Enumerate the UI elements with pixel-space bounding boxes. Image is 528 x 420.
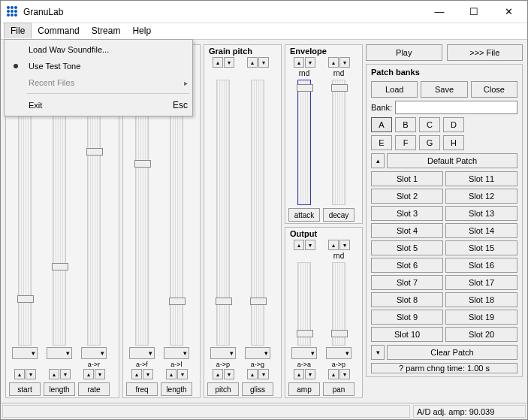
close-button[interactable]: ✕: [491, 1, 526, 23]
menu-separator: [27, 93, 189, 94]
slider-combo[interactable]: ▾: [12, 347, 38, 359]
slot-button[interactable]: Slot 14: [445, 223, 517, 238]
menu-file[interactable]: File: [4, 23, 32, 39]
pb-load-button[interactable]: Load: [371, 81, 418, 98]
status-right: A/D adj. amp: 90.039: [413, 405, 526, 418]
patch-banks: Patch banks Load Save Close Bank: ABCD E…: [366, 64, 523, 377]
menu-command[interactable]: Command: [32, 23, 85, 39]
slot-button[interactable]: Slot 9: [371, 310, 443, 325]
slot-button[interactable]: Slot 15: [445, 240, 517, 255]
menu-use-test-tone[interactable]: Use Test Tone: [6, 58, 191, 74]
statusbar: A/D adj. amp: 90.039: [1, 403, 527, 419]
submenu-arrow-icon: ▸: [184, 79, 188, 87]
clear-patch-button[interactable]: Clear Patch: [387, 345, 517, 360]
patch-spin-down[interactable]: ▾: [371, 345, 385, 360]
group-output: Output ▴▾ ▾ a->a ▴▾ amp ▴▾ rnd: [285, 227, 363, 398]
group-title: Grain pitch: [209, 47, 278, 56]
group-envelope: Envelope ▴▾ rnd attack ▴▾ rnd decay: [285, 44, 363, 224]
bank-letter-H[interactable]: H: [443, 135, 464, 150]
slot-button[interactable]: Slot 7: [371, 275, 443, 290]
decay-button[interactable]: decay: [323, 208, 355, 222]
slider-name[interactable]: rate: [78, 382, 110, 396]
menu-stream[interactable]: Stream: [86, 23, 127, 39]
slot-button[interactable]: Slot 6: [371, 258, 443, 273]
slot-button[interactable]: Slot 19: [445, 310, 517, 325]
slot-button[interactable]: Slot 20: [445, 327, 517, 342]
spin-down[interactable]: ▾: [26, 369, 36, 379]
bank-letter-F[interactable]: F: [395, 135, 416, 150]
slot-button[interactable]: Slot 8: [371, 292, 443, 307]
pb-save-button[interactable]: Save: [421, 81, 467, 98]
slot-button[interactable]: Slot 5: [371, 240, 443, 255]
patch-spin-up[interactable]: ▴: [371, 153, 385, 168]
tofile-button[interactable]: >>> File: [447, 44, 523, 61]
slot-button[interactable]: Slot 16: [445, 258, 517, 273]
slot-button[interactable]: Slot 13: [445, 206, 517, 221]
radio-dot-icon: [14, 64, 18, 68]
slider-name[interactable]: length: [44, 382, 75, 396]
window-title: GranuLab: [23, 7, 422, 17]
bank-letter-G[interactable]: G: [419, 135, 440, 150]
slot-button[interactable]: Slot 10: [371, 327, 443, 342]
menu-exit[interactable]: ExitEsc: [6, 96, 191, 114]
status-left: [2, 405, 410, 418]
slot-button[interactable]: Slot 4: [371, 223, 443, 238]
minimize-button[interactable]: —: [422, 1, 457, 23]
slot-button[interactable]: Slot 11: [445, 171, 517, 186]
slot-button[interactable]: Slot 3: [371, 206, 443, 221]
menu-help[interactable]: Help: [126, 23, 157, 39]
slot-button[interactable]: Slot 1: [371, 171, 443, 186]
menu-recent-files[interactable]: Recent Files▸: [6, 74, 191, 91]
bank-letter-E[interactable]: E: [371, 135, 392, 150]
parm-chng-button[interactable]: ? parm chng time: 1.00 s: [371, 363, 517, 373]
bank-label: Bank:: [371, 103, 392, 112]
slot-button[interactable]: Slot 2: [371, 189, 443, 204]
bank-letter-D[interactable]: D: [443, 117, 464, 132]
bank-letter-B[interactable]: B: [395, 117, 416, 132]
pb-close-button[interactable]: Close: [471, 81, 517, 98]
app-icon: [7, 6, 19, 18]
attack-button[interactable]: attack: [288, 208, 320, 222]
menubar: File Command Stream Help: [1, 23, 527, 40]
titlebar: GranuLab — ☐ ✕: [1, 1, 527, 23]
bank-letter-A[interactable]: A: [371, 117, 392, 132]
slot-button[interactable]: Slot 12: [445, 189, 517, 204]
patch-banks-title: Patch banks: [371, 68, 517, 77]
group-grain-pitch: Grain pitch ▴▾ ▾ a->p ▴▾ pitch ▴▾ ▾ a->g: [204, 44, 282, 398]
slider-name[interactable]: start: [9, 382, 41, 396]
default-patch-button[interactable]: Default Patch: [387, 153, 517, 168]
file-dropdown: Load Wav Soundfile... Use Test Tone Rece…: [4, 39, 193, 116]
bank-letter-C[interactable]: C: [419, 117, 440, 132]
menu-load-wav[interactable]: Load Wav Soundfile...: [6, 41, 191, 58]
bank-input[interactable]: [395, 101, 517, 114]
maximize-button[interactable]: ☐: [457, 1, 491, 23]
slot-button[interactable]: Slot 18: [445, 292, 517, 307]
spin-up[interactable]: ▴: [14, 369, 25, 379]
slot-button[interactable]: Slot 17: [445, 275, 517, 290]
right-panel: Play >>> File Patch banks Load Save Clos…: [366, 44, 523, 398]
play-button[interactable]: Play: [366, 44, 442, 61]
